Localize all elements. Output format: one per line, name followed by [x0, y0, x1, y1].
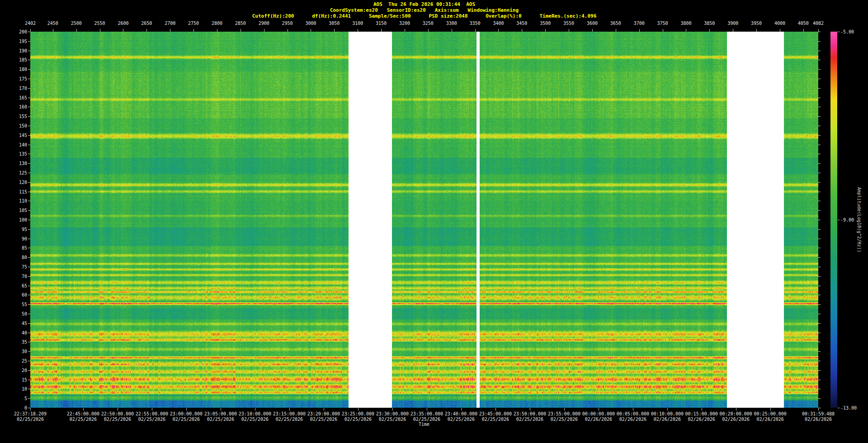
time-tick-label: 23:00:00.00002/25/2026 [170, 411, 203, 422]
time-tick-label: 23:15:00.00002/25/2026 [273, 411, 306, 422]
record-tick-label: 3000 [305, 21, 316, 26]
time-tick-time: 23:25:00.000 [342, 411, 374, 417]
freq-tick-mark-right [818, 370, 821, 371]
freq-tick-label: 35 [0, 339, 27, 344]
freq-tick-label: 115 [0, 189, 27, 194]
time-tick-time: 23:10:00.000 [239, 411, 271, 417]
freq-tick-label: 60 [0, 292, 27, 297]
time-tick-time: 22:37:18.209 [14, 411, 47, 417]
freq-tick-label: 65 [0, 283, 27, 288]
colorbar-tick-mark [838, 220, 840, 220]
time-tick-time: 00:05:00.000 [617, 411, 649, 417]
record-tick-label: 2700 [165, 21, 175, 26]
freq-tick-label: 185 [0, 57, 27, 62]
freq-tick-mark-right [818, 173, 821, 173]
amplitude-axis-label: Amplitude(Log10(g^2/Hz)) [857, 32, 862, 408]
freq-tick-mark-right [818, 145, 821, 145]
freq-tick-mark-right [818, 220, 821, 220]
time-tick-date: 02/25/2026 [136, 417, 168, 422]
freq-tick-mark-right [818, 192, 821, 192]
freq-tick-label: 100 [0, 217, 27, 222]
freq-tick-mark-right [818, 126, 821, 126]
time-tick-label: 22:50:00.00002/25/2026 [101, 411, 134, 422]
time-tick-label: 22:55:00.00002/25/2026 [136, 411, 168, 422]
header-params-line2: Cutoff(Hz):200 df(Hz):0.2441 Sample/Sec:… [30, 13, 818, 19]
freq-tick-label: 85 [0, 245, 27, 250]
record-tick-label: 3050 [329, 21, 340, 26]
time-tick-label: 00:25:00.00002/26/2026 [754, 411, 787, 422]
time-tick-mark [358, 408, 359, 410]
time-tick-label: 23:10:00.00002/25/2026 [239, 411, 271, 422]
freq-tick-label: 70 [0, 273, 27, 278]
time-tick-label: 00:20:00.00002/26/2026 [720, 411, 752, 422]
freq-tick-label: 45 [0, 320, 27, 325]
record-tick-label: 3700 [634, 21, 645, 26]
time-tick-label: 23:30:00.00002/25/2026 [376, 411, 409, 422]
freq-tick-label: 75 [0, 264, 27, 269]
record-tick-label: 4000 [774, 21, 785, 26]
colorbar [830, 32, 837, 408]
record-tick-label: 3550 [563, 21, 574, 26]
time-tick-label: 00:15:00.00002/26/2026 [685, 411, 718, 422]
freq-tick-mark-right [818, 286, 821, 286]
record-tick-label: 4050 [798, 21, 809, 26]
time-tick-date: 02/25/2026 [101, 417, 134, 422]
freq-tick-label: 0 [0, 405, 27, 410]
freq-tick-mark-right [818, 60, 821, 60]
colorbar-tick-mark [838, 408, 840, 408]
freq-tick-mark-right [818, 295, 821, 295]
time-tick-date: 02/26/2026 [651, 417, 684, 422]
time-tick-mark [255, 408, 255, 410]
freq-tick-label: 90 [0, 236, 27, 241]
time-tick-date: 02/25/2026 [273, 417, 306, 422]
record-tick-label: 2950 [282, 21, 293, 26]
record-tick-label: 3400 [493, 21, 504, 26]
freq-tick-mark-right [818, 79, 821, 79]
time-tick-label: 23:25:00.00002/25/2026 [342, 411, 374, 422]
freq-tick-mark-right [818, 380, 821, 380]
freq-tick-label: 130 [0, 161, 27, 166]
freq-tick-label: 105 [0, 208, 27, 213]
freq-tick-label: 140 [0, 142, 27, 147]
freq-tick-mark-right [818, 210, 821, 211]
freq-tick-label: 165 [0, 95, 27, 100]
time-tick-mark [633, 408, 633, 410]
time-tick-mark [221, 408, 221, 410]
freq-tick-mark-right [818, 154, 821, 154]
record-tick-label: 2402 [25, 21, 36, 26]
freq-tick-mark-right [818, 351, 821, 352]
time-tick-mark [818, 408, 819, 410]
freq-tick-label: 5 [0, 396, 27, 401]
freq-tick-label: 200 [0, 29, 27, 34]
record-tick-label: 2650 [141, 21, 152, 26]
time-tick-time: 22:50:00.000 [101, 411, 134, 417]
freq-tick-mark-right [818, 248, 821, 248]
header-params-line1: CoordSystem:es20 SensorID:es20 Axis:sum … [30, 7, 818, 13]
freq-tick-mark-right [818, 182, 821, 183]
freq-tick-label: 95 [0, 226, 27, 231]
record-tick-label: 3250 [423, 21, 434, 26]
time-tick-time: 00:20:00.000 [720, 411, 752, 417]
time-tick-mark [667, 408, 668, 410]
time-tick-label: 23:20:00.00002/25/2026 [307, 411, 340, 422]
time-tick-date: 02/25/2026 [376, 417, 409, 422]
time-tick-mark [599, 408, 599, 410]
time-tick-date: 02/25/2026 [170, 417, 203, 422]
freq-tick-label: 195 [0, 38, 27, 43]
time-tick-label: 23:45:00.00002/25/2026 [479, 411, 512, 422]
freq-tick-label: 170 [0, 85, 27, 90]
time-tick-mark [702, 408, 702, 410]
time-tick-mark [564, 408, 565, 410]
time-tick-label: 00:05:00.00002/26/2026 [617, 411, 649, 422]
record-tick-label: 3200 [399, 21, 410, 26]
time-tick-date: 02/25/2026 [479, 417, 512, 422]
freq-tick-mark-right [818, 257, 821, 258]
time-tick-mark [392, 408, 393, 410]
header-title: AOS Thu 26 Feb 2026 00:31:44 AOS [30, 1, 818, 7]
record-tick-label: 3900 [727, 21, 738, 26]
freq-tick-mark-right [818, 276, 821, 277]
time-tick-mark [118, 408, 118, 410]
time-tick-date: 02/25/2026 [342, 417, 374, 422]
time-tick-mark [30, 408, 31, 410]
freq-tick-label: 150 [0, 123, 27, 128]
